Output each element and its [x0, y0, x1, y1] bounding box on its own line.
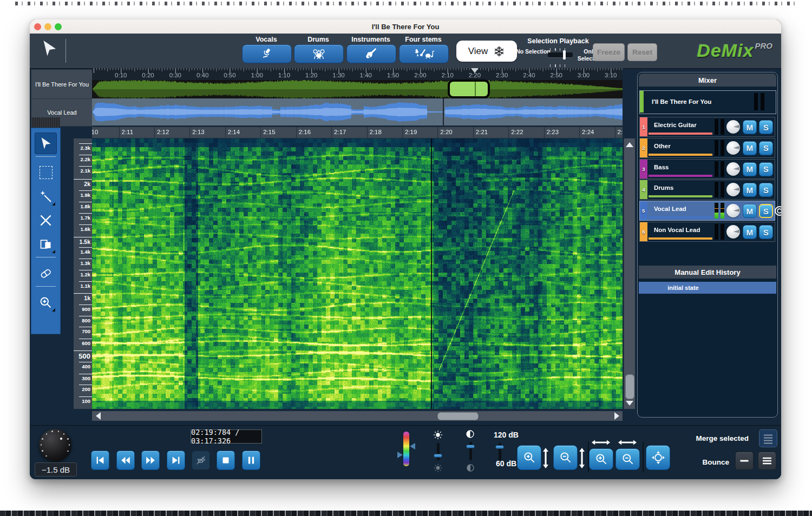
eraser-tool[interactable] — [35, 262, 57, 284]
zoom-in-horizontal-button[interactable] — [589, 448, 613, 470]
brightness-slider[interactable] — [437, 443, 440, 460]
mixer-track-row-bass[interactable]: 3BassMS — [639, 159, 775, 179]
overview-selection-region[interactable] — [448, 80, 490, 98]
pan-knob[interactable] — [726, 162, 740, 176]
horizontal-scrollbar-thumb[interactable] — [437, 412, 479, 420]
bounce-minus-button[interactable] — [735, 452, 754, 470]
view-freeze-button[interactable]: View — [456, 41, 517, 62]
frequency-tick — [79, 362, 92, 362]
mute-button[interactable]: M — [743, 162, 757, 176]
scroll-right-button[interactable] — [612, 411, 621, 421]
zoomed-timeline-ruler[interactable]: 2:102:112:122:132:142:152:162:172:182:19… — [92, 127, 623, 138]
solo-button[interactable]: S — [759, 204, 773, 218]
db-range-slider-handle[interactable] — [495, 445, 504, 449]
spectrogram-color-scale[interactable] — [403, 432, 409, 466]
marquee-select-tool[interactable] — [35, 162, 57, 183]
pan-knob[interactable] — [726, 141, 740, 155]
overview-waveform[interactable] — [92, 80, 623, 98]
stem-button-four-stems[interactable] — [399, 44, 449, 63]
mixer-track-row-other[interactable]: 2OtherMS — [639, 138, 775, 158]
color-scale-lower-handle-icon[interactable] — [397, 452, 403, 458]
mixer-track-row-electric-guitar[interactable]: 1Electric GuitarMS — [639, 117, 775, 137]
ruler-time-label: 1:40 — [360, 72, 372, 78]
output-gain-knob[interactable] — [39, 429, 71, 461]
frequency-label: 1k — [84, 295, 90, 301]
stem-button-vocals[interactable] — [242, 44, 292, 63]
scroll-up-button[interactable] — [624, 140, 635, 149]
frequency-tick — [79, 224, 92, 225]
track-meter-right — [721, 182, 724, 197]
bounce-menu-button[interactable] — [758, 452, 776, 470]
zoom-in-vertical-button[interactable] — [517, 445, 541, 470]
mixer-header: Mixer — [639, 74, 776, 87]
ruler-time-label: 2:30 — [496, 72, 508, 78]
fast-forward-button[interactable] — [141, 451, 160, 470]
vocal-lead-waveform[interactable] — [92, 98, 623, 125]
frequency-tick — [74, 179, 92, 180]
mute-button[interactable]: M — [743, 141, 757, 155]
pan-knob[interactable] — [726, 225, 740, 239]
rewind-button[interactable] — [116, 451, 135, 470]
vertical-scrollbar-thumb[interactable] — [625, 374, 634, 399]
zoom-fit-button[interactable] — [646, 445, 670, 470]
solo-button[interactable]: S — [759, 162, 773, 176]
mute-button[interactable]: M — [743, 204, 757, 218]
solo-button[interactable]: S — [759, 225, 773, 239]
mute-button[interactable]: M — [743, 225, 757, 239]
scroll-left-button[interactable] — [93, 411, 103, 421]
pan-knob[interactable] — [726, 120, 740, 134]
bottom-control-bar: −1.5 dB 02:19:784 / 03:17:326 120 dB 60 … — [30, 425, 781, 479]
skip-to-end-button[interactable] — [167, 451, 185, 470]
pause-button[interactable] — [242, 451, 260, 470]
mute-button[interactable]: M — [743, 183, 757, 197]
pan-knob[interactable] — [726, 183, 740, 196]
frequency-tick — [79, 305, 92, 305]
brightness-slider-handle[interactable] — [434, 454, 442, 458]
stop-button[interactable] — [217, 451, 235, 470]
mixer-track-row-non-vocal-lead[interactable]: 6Non Vocal LeadMS — [639, 222, 775, 242]
pointer-tool[interactable] — [35, 133, 57, 154]
overview-track-label[interactable]: I'll Be There For You — [31, 69, 93, 100]
solo-button[interactable]: S — [759, 183, 773, 197]
tool-palette-drag-handle[interactable] — [31, 117, 60, 128]
mixer-track-row-vocal-lead[interactable]: 5Vocal LeadMS — [639, 201, 775, 221]
spectrogram-canvas[interactable] — [92, 138, 623, 409]
contrast-slider-handle[interactable] — [466, 445, 475, 448]
pan-knob[interactable] — [726, 204, 740, 217]
merge-selected-label: Merge selected — [684, 434, 749, 442]
selection-playback-slider[interactable] — [548, 52, 573, 57]
timeline-ruler[interactable]: 0:100:200:300:400:501:001:101:201:301:40… — [92, 68, 623, 80]
magic-wand-tool[interactable] — [35, 186, 57, 207]
solo-button[interactable]: S — [759, 141, 773, 155]
history-entry[interactable]: initial state — [639, 282, 776, 294]
spectrogram-vertical-scrollbar[interactable] — [624, 138, 635, 409]
song-overview-track[interactable] — [92, 80, 623, 98]
stem-button-drums[interactable] — [294, 44, 344, 63]
zoom-tool[interactable] — [35, 292, 57, 313]
reset-button[interactable]: Reset — [627, 43, 657, 61]
color-scale-upper-handle-icon[interactable] — [410, 443, 415, 449]
clone-tool[interactable] — [35, 233, 57, 255]
solo-button[interactable]: S — [759, 120, 773, 134]
scroll-down-button[interactable] — [624, 398, 635, 408]
zoom-ruler-time-label: 2:13 — [192, 129, 204, 135]
toolbar-separator — [66, 39, 66, 63]
vocal-lead-waveform-track[interactable] — [92, 98, 623, 125]
loop-button[interactable] — [192, 451, 210, 470]
stem-label-instruments: Instruments — [346, 36, 395, 43]
zoom-ruler-boundary — [367, 127, 368, 138]
mixer-master-row[interactable]: I'll Be There For You — [639, 90, 776, 114]
playhead-marker-icon[interactable] — [471, 68, 479, 73]
skip-to-start-button[interactable] — [91, 451, 109, 470]
zoom-out-horizontal-button[interactable] — [615, 448, 640, 470]
mute-button[interactable]: M — [743, 120, 757, 134]
spectrogram-horizontal-scrollbar[interactable] — [92, 411, 623, 421]
merge-selected-button[interactable] — [759, 429, 777, 447]
focus-target-icon[interactable] — [774, 205, 781, 217]
mixer-track-row-drums[interactable]: 4DrumsMS — [639, 180, 775, 200]
selection-playback-slider-handle[interactable] — [563, 50, 566, 59]
zoom-out-vertical-button[interactable] — [553, 445, 578, 470]
freeze-button[interactable]: Freeze — [593, 43, 625, 61]
scissors-tool[interactable] — [35, 209, 57, 231]
stem-button-instruments[interactable] — [346, 44, 396, 63]
